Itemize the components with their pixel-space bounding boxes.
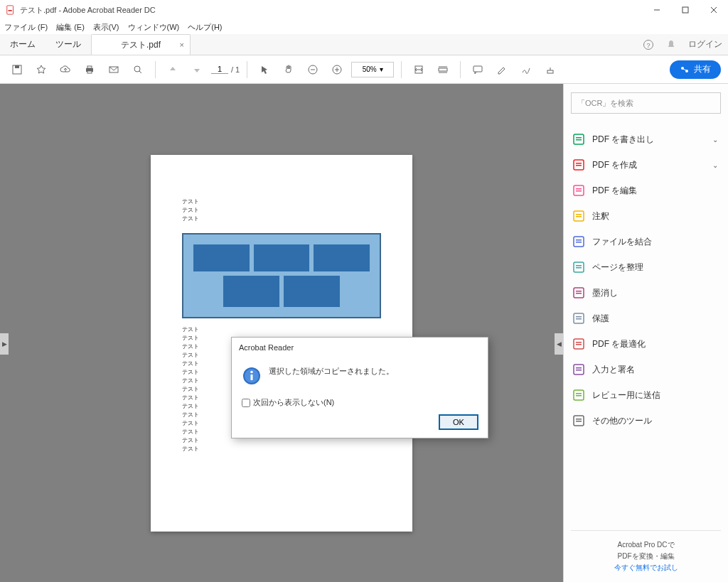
svg-line-29 — [683, 69, 686, 70]
minimize-button[interactable] — [643, 0, 671, 20]
svg-rect-49 — [576, 291, 582, 292]
svg-rect-37 — [576, 188, 582, 190]
login-link[interactable]: ログイン — [688, 38, 722, 50]
svg-rect-47 — [576, 267, 582, 269]
tool-item[interactable]: 入力と署名 — [571, 357, 721, 382]
tools-button[interactable]: ツール — [46, 34, 91, 55]
tool-item[interactable]: PDF を編集 — [571, 178, 721, 203]
tool-label: 保護 — [592, 313, 609, 325]
tool-item[interactable]: PDF を書き出し⌄ — [571, 126, 721, 152]
tool-icon — [572, 235, 585, 248]
svg-rect-58 — [576, 367, 582, 369]
svg-rect-40 — [576, 214, 582, 215]
dialog-title: Acrobat Reader — [232, 338, 488, 357]
maximize-button[interactable] — [671, 0, 700, 20]
svg-rect-59 — [576, 370, 582, 371]
svg-rect-55 — [576, 342, 582, 343]
sign-icon[interactable] — [516, 60, 536, 80]
svg-rect-12 — [87, 71, 92, 73]
tool-item[interactable]: 保護 — [571, 306, 721, 331]
tool-item[interactable]: レビュー用に送信 — [571, 382, 721, 408]
star-icon[interactable] — [31, 60, 51, 80]
svg-rect-32 — [576, 139, 582, 141]
tool-label: PDF を編集 — [592, 185, 637, 197]
selection-box — [254, 244, 310, 271]
menu-item[interactable]: ファイル (F) — [4, 22, 48, 33]
svg-rect-34 — [576, 163, 582, 164]
pointer-icon[interactable] — [255, 60, 274, 80]
page-up-icon[interactable] — [163, 60, 183, 80]
svg-rect-9 — [15, 65, 19, 68]
window-title: テスト.pdf - Adobe Acrobat Reader DC — [20, 5, 156, 16]
zoom-select[interactable]: 50%▾ — [351, 62, 394, 77]
snapshot-selection[interactable] — [182, 233, 381, 318]
menu-item[interactable]: ウィンドウ(W) — [128, 22, 180, 33]
home-button[interactable]: ホーム — [0, 34, 46, 55]
tool-item[interactable]: 墨消し — [571, 280, 721, 306]
collapse-right-icon[interactable]: ◀ — [555, 333, 563, 355]
svg-rect-46 — [576, 265, 582, 266]
tool-item[interactable]: その他のツール — [571, 408, 721, 433]
selection-box — [223, 276, 279, 307]
tool-item[interactable]: ファイルを結合 — [571, 229, 721, 254]
search-input[interactable]: 「OCR」を検索 — [571, 92, 721, 114]
help-icon[interactable]: ? — [643, 39, 654, 50]
tool-label: PDF を最適化 — [592, 338, 646, 350]
fit-page-icon[interactable] — [433, 60, 453, 80]
zoom-out-icon[interactable] — [303, 60, 323, 80]
tab-close-icon[interactable]: × — [180, 41, 184, 49]
tool-label: レビュー用に送信 — [592, 389, 660, 402]
highlight-icon[interactable] — [492, 60, 512, 80]
pdf-text-line: テスト — [182, 445, 381, 453]
svg-rect-26 — [547, 70, 553, 73]
zoom-in-icon[interactable] — [327, 60, 347, 80]
document-tab[interactable]: テスト.pdf × — [91, 34, 191, 55]
bell-icon[interactable] — [665, 39, 677, 50]
tool-icon — [572, 414, 585, 427]
save-icon[interactable] — [7, 60, 27, 80]
dont-show-checkbox[interactable] — [242, 399, 250, 407]
tool-item[interactable]: PDF を作成⌄ — [571, 152, 721, 178]
tool-label: PDF を書き出し — [592, 134, 654, 146]
print-icon[interactable] — [80, 60, 100, 80]
svg-rect-41 — [576, 216, 582, 217]
pdf-text-line: テスト — [182, 215, 381, 223]
comment-icon[interactable] — [468, 60, 488, 80]
tool-label: その他のツール — [592, 415, 652, 427]
tool-item[interactable]: ページを整理 — [571, 254, 721, 280]
menu-item[interactable]: 編集 (E) — [56, 22, 85, 33]
cloud-icon[interactable] — [55, 60, 75, 80]
hand-icon[interactable] — [279, 60, 299, 80]
page-total: / 1 — [231, 65, 240, 74]
stamp-icon[interactable] — [540, 60, 560, 80]
menu-item[interactable]: ヘルプ(H) — [188, 22, 222, 33]
tool-label: 注釈 — [592, 210, 609, 222]
svg-rect-61 — [576, 393, 582, 394]
tool-icon — [572, 158, 585, 171]
svg-point-69 — [250, 371, 253, 374]
tool-item[interactable]: PDF を最適化 — [571, 331, 721, 357]
promo-link[interactable]: 今すぐ無料でお試し — [571, 562, 721, 573]
tool-label: PDF を作成 — [592, 159, 637, 171]
svg-rect-11 — [87, 66, 92, 68]
page-current-input[interactable] — [211, 65, 228, 74]
page-down-icon[interactable] — [187, 60, 207, 80]
pdf-text-line: テスト — [182, 206, 381, 215]
menu-item[interactable]: 表示(V) — [93, 22, 119, 33]
mail-icon[interactable] — [104, 60, 124, 80]
ok-button[interactable]: OK — [439, 415, 478, 429]
fit-width-icon[interactable] — [409, 60, 429, 80]
tool-item[interactable]: 注釈 — [571, 203, 721, 229]
share-button[interactable]: 共有 — [670, 60, 721, 79]
search-icon[interactable] — [128, 60, 148, 80]
close-button[interactable] — [700, 0, 728, 20]
document-viewer[interactable]: ▶ ◀ テストテストテスト テストテストテストテストテストテストテストテストテス… — [0, 84, 563, 582]
svg-rect-56 — [576, 344, 582, 345]
collapse-left-icon[interactable]: ▶ — [0, 333, 9, 355]
tab-label: テスト.pdf — [121, 39, 161, 51]
svg-text:?: ? — [646, 42, 650, 49]
tool-label: ファイルを結合 — [592, 236, 652, 248]
pdf-text-line: テスト — [182, 325, 381, 334]
tool-label: 入力と署名 — [592, 364, 635, 376]
svg-rect-22 — [439, 68, 447, 71]
